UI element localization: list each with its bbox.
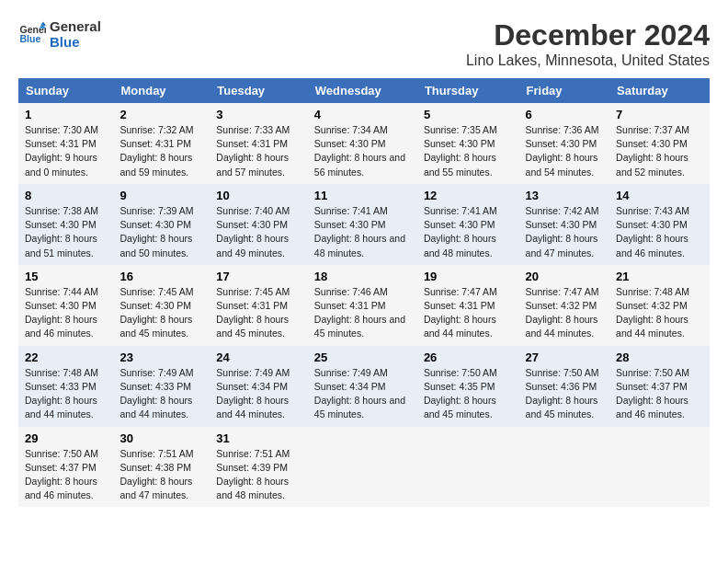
calendar-day-header: Friday [519, 78, 610, 103]
calendar-week-row: 8 Sunrise: 7:38 AMSunset: 4:30 PMDayligh… [18, 184, 710, 265]
calendar-cell [609, 427, 710, 508]
day-number: 24 [216, 350, 301, 364]
logo-icon: General Blue [18, 20, 46, 48]
day-info: Sunrise: 7:48 AMSunset: 4:32 PMDaylight:… [616, 285, 703, 341]
logo: General Blue General Blue [18, 18, 101, 50]
calendar-cell [417, 427, 519, 508]
calendar-week-row: 22 Sunrise: 7:48 AMSunset: 4:33 PMDaylig… [18, 346, 710, 427]
day-number: 1 [25, 108, 107, 121]
day-number: 30 [119, 431, 203, 445]
calendar-cell: 18 Sunrise: 7:46 AMSunset: 4:31 PMDaylig… [308, 265, 417, 346]
day-number: 3 [216, 108, 301, 121]
day-number: 7 [616, 108, 703, 121]
day-number: 28 [616, 350, 703, 364]
calendar-day-header: Monday [113, 78, 210, 103]
day-info: Sunrise: 7:30 AMSunset: 4:31 PMDaylight:… [25, 123, 107, 179]
day-info: Sunrise: 7:47 AMSunset: 4:32 PMDaylight:… [526, 285, 604, 341]
calendar-cell: 4 Sunrise: 7:34 AMSunset: 4:30 PMDayligh… [308, 103, 417, 184]
day-info: Sunrise: 7:37 AMSunset: 4:30 PMDaylight:… [616, 123, 703, 179]
day-info: Sunrise: 7:40 AMSunset: 4:30 PMDaylight:… [216, 204, 301, 260]
logo-line2: Blue [50, 34, 101, 50]
day-number: 29 [25, 431, 107, 445]
calendar-cell: 26 Sunrise: 7:50 AMSunset: 4:35 PMDaylig… [417, 346, 519, 427]
day-number: 9 [119, 189, 203, 202]
day-number: 5 [424, 108, 513, 121]
day-info: Sunrise: 7:39 AMSunset: 4:30 PMDaylight:… [119, 204, 203, 260]
day-info: Sunrise: 7:51 AMSunset: 4:39 PMDaylight:… [216, 447, 301, 503]
calendar-cell: 28 Sunrise: 7:50 AMSunset: 4:37 PMDaylig… [609, 346, 710, 427]
day-info: Sunrise: 7:45 AMSunset: 4:30 PMDaylight:… [119, 285, 203, 341]
svg-text:Blue: Blue [20, 33, 41, 44]
calendar-day-header: Sunday [18, 78, 113, 103]
calendar-week-row: 29 Sunrise: 7:50 AMSunset: 4:37 PMDaylig… [18, 427, 710, 508]
day-info: Sunrise: 7:43 AMSunset: 4:30 PMDaylight:… [616, 204, 703, 260]
calendar-cell: 14 Sunrise: 7:43 AMSunset: 4:30 PMDaylig… [609, 184, 710, 265]
calendar-cell: 12 Sunrise: 7:41 AMSunset: 4:30 PMDaylig… [417, 184, 519, 265]
day-number: 16 [119, 270, 203, 283]
day-info: Sunrise: 7:49 AMSunset: 4:34 PMDaylight:… [216, 366, 301, 422]
day-number: 2 [119, 108, 203, 121]
day-info: Sunrise: 7:32 AMSunset: 4:31 PMDaylight:… [119, 123, 203, 179]
subtitle: Lino Lakes, Minnesota, United States [466, 52, 710, 69]
calendar-cell: 1 Sunrise: 7:30 AMSunset: 4:31 PMDayligh… [18, 103, 113, 184]
day-number: 20 [526, 270, 604, 283]
day-info: Sunrise: 7:33 AMSunset: 4:31 PMDaylight:… [216, 123, 301, 179]
title-area: December 2024 Lino Lakes, Minnesota, Uni… [466, 18, 710, 69]
calendar-day-header: Wednesday [308, 78, 417, 103]
day-number: 23 [119, 350, 203, 364]
calendar-cell: 9 Sunrise: 7:39 AMSunset: 4:30 PMDayligh… [113, 184, 210, 265]
calendar-cell: 22 Sunrise: 7:48 AMSunset: 4:33 PMDaylig… [18, 346, 113, 427]
day-info: Sunrise: 7:51 AMSunset: 4:38 PMDaylight:… [119, 447, 203, 503]
page-header: General Blue General Blue December 2024 … [18, 18, 710, 69]
calendar-cell: 5 Sunrise: 7:35 AMSunset: 4:30 PMDayligh… [417, 103, 519, 184]
day-number: 21 [616, 270, 703, 283]
day-info: Sunrise: 7:46 AMSunset: 4:31 PMDaylight:… [314, 285, 411, 341]
day-number: 6 [526, 108, 604, 121]
day-number: 4 [314, 108, 411, 121]
calendar-cell: 16 Sunrise: 7:45 AMSunset: 4:30 PMDaylig… [113, 265, 210, 346]
day-number: 15 [25, 270, 107, 283]
day-info: Sunrise: 7:50 AMSunset: 4:37 PMDaylight:… [25, 447, 107, 503]
day-info: Sunrise: 7:45 AMSunset: 4:31 PMDaylight:… [216, 285, 301, 341]
day-info: Sunrise: 7:49 AMSunset: 4:34 PMDaylight:… [314, 366, 411, 422]
calendar-day-header: Thursday [417, 78, 519, 103]
calendar-cell: 8 Sunrise: 7:38 AMSunset: 4:30 PMDayligh… [18, 184, 113, 265]
day-info: Sunrise: 7:48 AMSunset: 4:33 PMDaylight:… [25, 366, 107, 422]
calendar-cell [308, 427, 417, 508]
calendar-cell: 25 Sunrise: 7:49 AMSunset: 4:34 PMDaylig… [308, 346, 417, 427]
day-number: 22 [25, 350, 107, 364]
calendar-cell: 3 Sunrise: 7:33 AMSunset: 4:31 PMDayligh… [210, 103, 307, 184]
calendar-table: SundayMondayTuesdayWednesdayThursdayFrid… [18, 78, 710, 507]
day-number: 13 [526, 189, 604, 202]
day-info: Sunrise: 7:35 AMSunset: 4:30 PMDaylight:… [424, 123, 513, 179]
day-info: Sunrise: 7:38 AMSunset: 4:30 PMDaylight:… [25, 204, 107, 260]
calendar-cell [519, 427, 610, 508]
calendar-cell: 23 Sunrise: 7:49 AMSunset: 4:33 PMDaylig… [113, 346, 210, 427]
calendar-cell: 11 Sunrise: 7:41 AMSunset: 4:30 PMDaylig… [308, 184, 417, 265]
calendar-header: SundayMondayTuesdayWednesdayThursdayFrid… [18, 78, 710, 103]
day-info: Sunrise: 7:49 AMSunset: 4:33 PMDaylight:… [119, 366, 203, 422]
day-info: Sunrise: 7:50 AMSunset: 4:35 PMDaylight:… [424, 366, 513, 422]
day-number: 31 [216, 431, 301, 445]
calendar-cell: 30 Sunrise: 7:51 AMSunset: 4:38 PMDaylig… [113, 427, 210, 508]
day-number: 18 [314, 270, 411, 283]
calendar-body: 1 Sunrise: 7:30 AMSunset: 4:31 PMDayligh… [18, 103, 710, 507]
calendar-cell: 31 Sunrise: 7:51 AMSunset: 4:39 PMDaylig… [210, 427, 307, 508]
day-number: 14 [616, 189, 703, 202]
calendar-cell: 17 Sunrise: 7:45 AMSunset: 4:31 PMDaylig… [210, 265, 307, 346]
calendar-cell: 2 Sunrise: 7:32 AMSunset: 4:31 PMDayligh… [113, 103, 210, 184]
day-info: Sunrise: 7:36 AMSunset: 4:30 PMDaylight:… [526, 123, 604, 179]
day-info: Sunrise: 7:41 AMSunset: 4:30 PMDaylight:… [314, 204, 411, 260]
calendar-cell: 13 Sunrise: 7:42 AMSunset: 4:30 PMDaylig… [519, 184, 610, 265]
day-number: 11 [314, 189, 411, 202]
day-number: 19 [424, 270, 513, 283]
calendar-week-row: 1 Sunrise: 7:30 AMSunset: 4:31 PMDayligh… [18, 103, 710, 184]
calendar-week-row: 15 Sunrise: 7:44 AMSunset: 4:30 PMDaylig… [18, 265, 710, 346]
day-info: Sunrise: 7:42 AMSunset: 4:30 PMDaylight:… [526, 204, 604, 260]
day-number: 27 [526, 350, 604, 364]
calendar-cell: 7 Sunrise: 7:37 AMSunset: 4:30 PMDayligh… [609, 103, 710, 184]
day-info: Sunrise: 7:41 AMSunset: 4:30 PMDaylight:… [424, 204, 513, 260]
day-info: Sunrise: 7:44 AMSunset: 4:30 PMDaylight:… [25, 285, 107, 341]
calendar-header-row: SundayMondayTuesdayWednesdayThursdayFrid… [18, 78, 710, 103]
calendar-cell: 19 Sunrise: 7:47 AMSunset: 4:31 PMDaylig… [417, 265, 519, 346]
